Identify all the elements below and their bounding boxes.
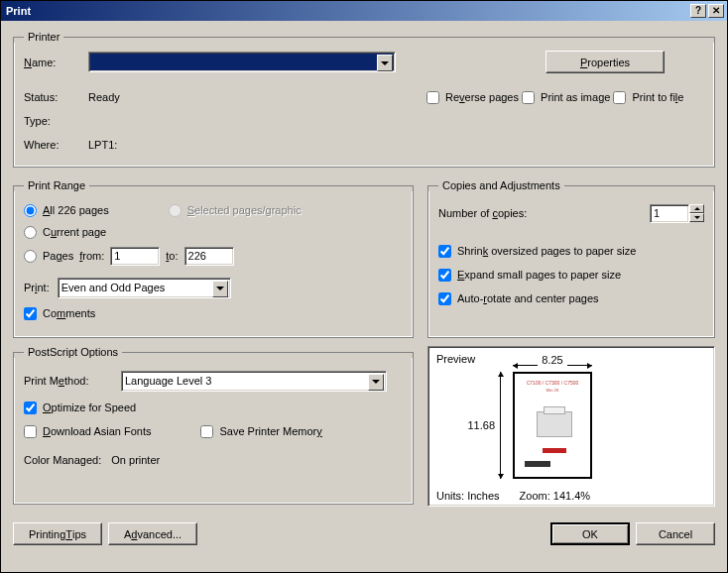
to-label: to: (166, 250, 178, 262)
printer-legend: Printer (24, 31, 63, 43)
print-subset-label: Print: (24, 282, 50, 293)
spin-down-icon[interactable] (689, 213, 704, 222)
all-pages-radio[interactable] (24, 204, 37, 217)
from-input[interactable] (110, 247, 160, 266)
preview-panel: Preview 8.25 11.68 C7100 / C7300 / C7500 (427, 346, 715, 507)
preview-page: C7100 / C7300 / C7500 Win 2K (513, 372, 592, 479)
pages-radio-label[interactable]: Pages (24, 250, 73, 263)
reverse-pages-checkbox[interactable] (426, 91, 439, 104)
from-label: from: (79, 250, 104, 262)
chevron-down-icon[interactable] (377, 55, 393, 71)
selected-pages-radio-label: Selected pages/graphic (169, 204, 302, 217)
all-pages-radio-label[interactable]: All 226 pages (24, 204, 109, 217)
save-memory-label[interactable]: Save Printer Memory (200, 425, 321, 438)
chevron-down-icon[interactable] (368, 374, 384, 391)
current-page-radio-label[interactable]: Current page (24, 226, 106, 239)
units-label: Units: Inches (436, 490, 500, 502)
comments-checkbox[interactable] (24, 307, 37, 320)
rotate-label: Auto-rotate and center pages (457, 292, 599, 304)
printer-icon (537, 411, 572, 437)
where-value: LPT1: (88, 139, 117, 151)
status-value: Ready (88, 91, 120, 103)
printer-group: Printer Name: Properties Status: Ready (13, 31, 715, 168)
advanced-button[interactable]: Advanced... (108, 522, 197, 545)
color-managed-label: Color Managed: (24, 454, 101, 466)
printing-tips-button[interactable]: Printing Tips (13, 522, 102, 545)
pages-radio[interactable] (24, 250, 37, 263)
where-label: Where: (24, 139, 88, 151)
reverse-pages-label: Reverse pages (445, 91, 519, 103)
properties-button[interactable]: Properties (546, 51, 665, 73)
zoom-label: Zoom: 141.4% (520, 490, 591, 502)
chevron-down-icon[interactable] (212, 281, 228, 297)
shrink-label: Shrink oversized pages to paper size (457, 245, 636, 257)
print-method-label: Print Method: (24, 375, 113, 387)
expand-checkbox[interactable] (438, 269, 451, 282)
window-title: Print (4, 5, 688, 17)
ok-button[interactable]: OK (550, 522, 630, 545)
optimize-speed-checkbox[interactable] (24, 401, 37, 414)
close-button[interactable]: ✕ (708, 4, 724, 18)
spin-up-icon[interactable] (689, 204, 704, 213)
print-as-image-checkbox[interactable] (522, 91, 535, 104)
print-as-image-label: Print as image (541, 91, 610, 103)
print-range-legend: Print Range (24, 179, 89, 191)
color-managed-value: On printer (111, 454, 160, 466)
comments-label: Comments (43, 307, 95, 319)
num-copies-spinner[interactable] (650, 204, 704, 223)
preview-area: 8.25 11.68 C7100 / C7300 / C7500 Win 2K (513, 372, 592, 479)
save-memory-checkbox[interactable] (200, 425, 213, 438)
preview-width-value: 8.25 (538, 354, 566, 366)
titlebar: Print ? ✕ (1, 1, 727, 21)
preview-width-dim: 8.25 (513, 354, 592, 366)
type-label: Type: (24, 115, 88, 127)
shrink-checkbox[interactable] (438, 245, 451, 258)
preview-height-dim: 11.68 (465, 372, 505, 479)
copies-group: Copies and Adjustments Number of copies: (427, 179, 715, 338)
postscript-legend: PostScript Options (24, 346, 122, 358)
num-copies-label: Number of copies: (438, 207, 527, 219)
expand-label: Expand small pages to paper size (457, 269, 621, 281)
copies-legend: Copies and Adjustments (438, 179, 564, 191)
preview-height-value: 11.68 (465, 417, 497, 433)
print-to-file-label: Print to file (632, 91, 683, 103)
help-button[interactable]: ? (690, 4, 706, 18)
dialog-footer: Printing Tips Advanced... OK Cancel (1, 518, 727, 555)
current-page-radio[interactable] (24, 226, 37, 239)
rotate-checkbox[interactable] (438, 292, 451, 305)
num-copies-input[interactable] (650, 204, 689, 223)
print-to-file-checkbox[interactable] (613, 91, 626, 104)
status-label: Status: (24, 91, 88, 103)
cancel-button[interactable]: Cancel (636, 522, 715, 545)
print-method-combo[interactable]: Language Level 3 (121, 371, 387, 392)
print-subset-value: Even and Odd Pages (61, 282, 166, 293)
print-method-value: Language Level 3 (125, 375, 211, 387)
optimize-speed-label: Optimize for Speed (43, 401, 136, 413)
to-input[interactable] (184, 247, 234, 266)
name-label: Name: (24, 57, 88, 68)
asian-fonts-checkbox[interactable] (24, 425, 37, 438)
selected-pages-radio (169, 204, 182, 217)
print-subset-combo[interactable]: Even and Odd Pages (58, 278, 231, 298)
print-range-group: Print Range All 226 pages Selected pages… (13, 179, 414, 338)
print-dialog: Print ? ✕ Printer Name: Properties Statu… (0, 0, 728, 573)
postscript-group: PostScript Options Print Method: Languag… (13, 346, 414, 505)
asian-fonts-label[interactable]: Download Asian Fonts (24, 425, 151, 438)
printer-name-combo[interactable] (88, 52, 396, 72)
